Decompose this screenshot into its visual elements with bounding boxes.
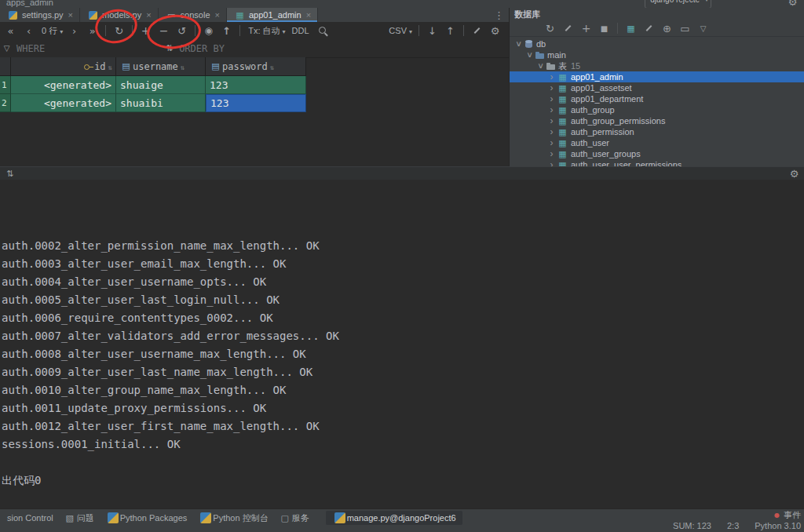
close-tab-icon[interactable] [66,10,73,20]
chevron-icon[interactable] [547,115,556,126]
tab-models-py[interactable]: models.py [80,8,159,22]
tab-settings-py[interactable]: settings.py [0,8,80,22]
cell-username[interactable]: shuaige [116,76,206,94]
toolbar-button[interactable] [195,25,196,36]
column-header[interactable]: id [11,57,116,75]
caret-position[interactable]: 2:3 [727,521,739,530]
toolbar-button[interactable] [155,23,172,38]
toolbar-button[interactable] [463,25,464,36]
row-number[interactable]: 1 [0,76,11,94]
tree-item[interactable]: app01_department [510,93,804,104]
events-label[interactable]: 事件 [784,509,801,521]
row-number[interactable]: 2 [0,94,11,112]
tree-item[interactable]: auth_user_user_permissions [510,159,804,166]
toolbar-button[interactable] [84,23,100,38]
toolbar-button[interactable] [105,25,106,36]
database-toolbar-button[interactable] [623,20,639,36]
toolbar-button[interactable] [487,23,503,38]
where-clause-field[interactable]: WHERE [16,43,45,54]
tree-item[interactable]: auth_group_permissions [510,115,804,126]
chevron-icon[interactable] [547,93,556,104]
toolbar-button[interactable] [442,23,459,38]
chevron-icon[interactable] [547,137,556,148]
database-toolbar-button[interactable] [578,20,594,36]
chevron-icon[interactable] [547,148,556,159]
chevron-icon[interactable] [547,82,556,93]
table-row[interactable]: 2 <generated> shuaibi 123 [0,94,306,112]
table-row[interactable]: 1 <generated> shuaige 123 [0,76,306,94]
panel-header-icon[interactable] [760,8,773,21]
tree-item[interactable]: auth_group [510,104,804,115]
column-header[interactable]: password [206,57,306,75]
toolbar-button[interactable] [314,23,331,38]
sort-widget-icon[interactable] [268,61,274,72]
toolbar-button[interactable] [66,23,82,38]
toolbar-button[interactable] [418,25,419,36]
toolbar-button[interactable] [469,23,485,38]
toolbar-button[interactable] [137,23,154,38]
chevron-icon[interactable] [525,52,534,59]
chevron-icon[interactable] [547,71,556,82]
tree-item[interactable]: auth_user [510,137,804,148]
column-header[interactable]: username [116,57,206,75]
console-tab-icon[interactable] [3,167,16,180]
panel-header-icon[interactable] [747,8,760,21]
toolbar-button[interactable] [239,25,240,36]
version-control-button[interactable]: sion Control [7,511,53,525]
python-packages-button[interactable]: Python Packages [105,511,188,525]
cell-id[interactable]: <generated> [11,94,116,112]
database-toolbar-button[interactable] [641,20,657,36]
cell-id[interactable]: <generated> [11,76,116,94]
tab-console[interactable]: console [159,8,227,22]
cell-password[interactable]: 123 [206,94,306,112]
database-toolbar-button[interactable] [560,20,576,36]
chevron-icon[interactable] [536,63,545,70]
close-tab-icon[interactable] [144,10,151,20]
tree-item[interactable]: app01_assetset [510,82,804,93]
panel-header-icon[interactable] [787,8,800,21]
database-toolbar-button[interactable] [659,20,675,36]
database-toolbar-button[interactable] [596,20,612,36]
tree-item[interactable]: main [510,49,804,60]
toolbar-button[interactable] [111,23,127,38]
tree-item[interactable]: auth_user_groups [510,148,804,159]
chevron-icon[interactable] [547,126,556,137]
rows-count-dropdown[interactable]: 0 行 [38,23,64,38]
database-toolbar-button[interactable] [677,20,693,36]
toolbar-button[interactable] [424,23,440,38]
cell-password[interactable]: 123 [206,76,306,94]
toolbar-button[interactable] [174,23,190,38]
tree-item[interactable]: auth_permission [510,126,804,137]
close-tab-icon[interactable] [304,10,311,20]
gear-icon[interactable] [788,167,801,180]
run-manage-py-button[interactable]: manage.py@djangoProject6 [326,511,462,525]
toolbar-button[interactable] [200,23,217,38]
chevron-icon[interactable] [547,104,556,115]
toolbar-button[interactable] [20,23,37,38]
toolbar-button[interactable] [2,23,19,38]
database-toolbar-button[interactable] [542,20,558,36]
tree-item[interactable]: app01_admin [510,71,804,82]
chevron-icon[interactable] [547,159,556,166]
tree-item[interactable]: db [510,38,804,49]
tx-mode-dropdown[interactable]: Tx: 自动 [245,23,287,38]
database-toolbar-button[interactable] [617,23,618,34]
python-console-button[interactable]: Python 控制台 [198,511,268,525]
ddl-button[interactable]: DDL [289,23,312,38]
sort-widget-icon[interactable] [178,61,185,72]
toolbar-button[interactable] [132,25,133,36]
panel-header-icon[interactable] [773,8,787,21]
chevron-icon[interactable] [514,41,523,48]
submit-changes-button[interactable] [218,23,235,38]
csv-format-dropdown[interactable]: CSV [386,23,414,38]
problems-button[interactable]: 问题 [64,511,94,525]
tab-options-kebab-icon[interactable] [492,9,506,22]
order-by-field[interactable]: ORDER BY [179,43,225,54]
tree-item[interactable]: 表 15 [510,60,804,71]
services-button[interactable]: 服务 [280,511,309,525]
tab-app01-admin[interactable]: app01_admin [227,8,318,22]
python-interpreter[interactable]: Python 3.10 [755,521,801,530]
sort-widget-icon[interactable] [106,61,112,72]
database-toolbar-button[interactable] [695,20,711,36]
cell-username[interactable]: shuaibi [116,94,206,112]
